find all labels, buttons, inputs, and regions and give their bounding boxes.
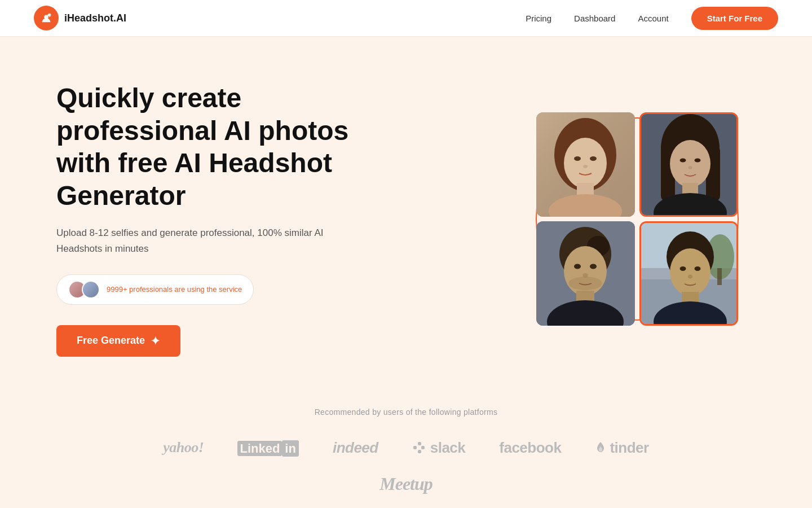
svg-rect-21 xyxy=(536,221,635,326)
linkedin-icon: in xyxy=(282,440,299,457)
nav-cta-button[interactable]: Start For Free xyxy=(691,7,778,30)
svg-rect-13 xyxy=(661,145,675,202)
svg-point-24 xyxy=(587,236,610,256)
svg-rect-33 xyxy=(641,223,738,279)
social-proof-badge: 9999+ professionals are using the servic… xyxy=(56,274,254,305)
svg-rect-11 xyxy=(641,114,738,217)
navbar: iHeadshot.AI Pricing Dashboard Account S… xyxy=(0,0,812,37)
platform-facebook: facebook xyxy=(499,439,561,457)
svg-point-29 xyxy=(574,264,581,269)
hero-image-area xyxy=(519,100,756,338)
svg-point-4 xyxy=(554,118,616,191)
hero-cta-button[interactable]: Free Generate ✦ xyxy=(56,325,180,357)
social-proof-text: 9999+ professionals are using the servic… xyxy=(107,285,242,294)
platforms-logos-row: yahoo! Linkedin indeed slack facebook xyxy=(34,439,778,457)
tinder-text: tinder xyxy=(610,439,648,457)
photo-cell-1 xyxy=(536,112,635,217)
photo-cell-3 xyxy=(536,221,635,326)
svg-point-28 xyxy=(568,277,602,290)
svg-point-30 xyxy=(590,264,597,269)
svg-point-18 xyxy=(680,159,686,163)
svg-point-12 xyxy=(661,114,720,182)
hero-title: Quickly create professional AI photos wi… xyxy=(56,82,350,212)
hero-section: Quickly create professional AI photos wi… xyxy=(0,37,812,391)
indeed-text: indeed xyxy=(333,439,378,456)
platform-indeed: indeed xyxy=(333,439,378,457)
hero-cta-label: Free Generate xyxy=(77,335,145,347)
platform-tinder: tinder xyxy=(595,439,648,457)
sparkle-icon: ✦ xyxy=(151,334,160,348)
svg-rect-47 xyxy=(418,450,421,453)
svg-point-17 xyxy=(654,193,727,217)
svg-rect-16 xyxy=(682,183,698,197)
svg-point-37 xyxy=(667,231,714,282)
linkedin-text: Linked xyxy=(237,441,282,456)
nav-link-pricing[interactable]: Pricing xyxy=(526,14,551,23)
photo-cell-2 xyxy=(639,112,738,217)
photo-grid xyxy=(536,112,738,326)
svg-point-5 xyxy=(564,138,607,189)
svg-point-41 xyxy=(680,266,686,271)
svg-point-27 xyxy=(547,300,624,326)
svg-point-19 xyxy=(695,159,701,163)
svg-rect-26 xyxy=(576,291,594,306)
meetup-row: Meetup xyxy=(34,474,778,494)
svg-rect-3 xyxy=(536,112,635,217)
slack-text: slack xyxy=(430,439,466,457)
svg-point-42 xyxy=(695,266,701,271)
platform-yahoo: yahoo! xyxy=(163,439,204,456)
svg-point-8 xyxy=(574,156,581,161)
logo-icon xyxy=(34,6,59,30)
svg-point-15 xyxy=(670,140,710,187)
yahoo-text: yahoo! xyxy=(163,439,204,456)
svg-rect-14 xyxy=(706,145,720,202)
svg-rect-6 xyxy=(577,183,594,200)
nav-link-account[interactable]: Account xyxy=(638,14,668,23)
svg-rect-34 xyxy=(641,268,738,326)
svg-point-38 xyxy=(670,248,710,296)
meetup-logo: Meetup xyxy=(379,474,433,494)
facebook-text: facebook xyxy=(499,439,561,456)
svg-rect-2 xyxy=(536,112,635,217)
nav-links: Pricing Dashboard Account Start For Free xyxy=(526,7,778,30)
hero-subtitle: Upload 8-12 selfies and generate profess… xyxy=(56,225,350,256)
svg-point-43 xyxy=(688,275,692,279)
slack-icon xyxy=(412,441,426,454)
avatar xyxy=(82,281,100,299)
svg-point-7 xyxy=(549,194,622,217)
svg-point-40 xyxy=(654,301,727,326)
svg-rect-44 xyxy=(413,446,417,449)
logo[interactable]: iHeadshot.AI xyxy=(34,6,126,30)
platform-slack: slack xyxy=(412,439,466,457)
svg-point-20 xyxy=(689,166,692,169)
svg-point-25 xyxy=(564,246,607,296)
svg-point-31 xyxy=(582,273,588,278)
svg-rect-45 xyxy=(418,442,421,445)
svg-rect-32 xyxy=(641,223,738,326)
photo-cell-4 xyxy=(639,221,738,326)
logo-text: iHeadshot.AI xyxy=(64,12,126,24)
platforms-section: Recommended by users of the following pl… xyxy=(0,391,812,508)
svg-point-23 xyxy=(561,237,585,260)
svg-rect-46 xyxy=(421,446,425,449)
platform-linkedin: Linkedin xyxy=(237,439,298,457)
svg-rect-36 xyxy=(717,268,722,285)
svg-point-9 xyxy=(590,156,597,161)
nav-link-dashboard[interactable]: Dashboard xyxy=(574,14,615,23)
platforms-title: Recommended by users of the following pl… xyxy=(34,408,778,417)
avatar-group xyxy=(68,281,100,299)
svg-point-35 xyxy=(706,234,734,279)
svg-point-10 xyxy=(583,165,588,168)
svg-rect-39 xyxy=(682,292,699,306)
hero-content: Quickly create professional AI photos wi… xyxy=(56,82,350,357)
tinder-flame-icon xyxy=(595,441,606,454)
svg-point-22 xyxy=(559,227,611,281)
